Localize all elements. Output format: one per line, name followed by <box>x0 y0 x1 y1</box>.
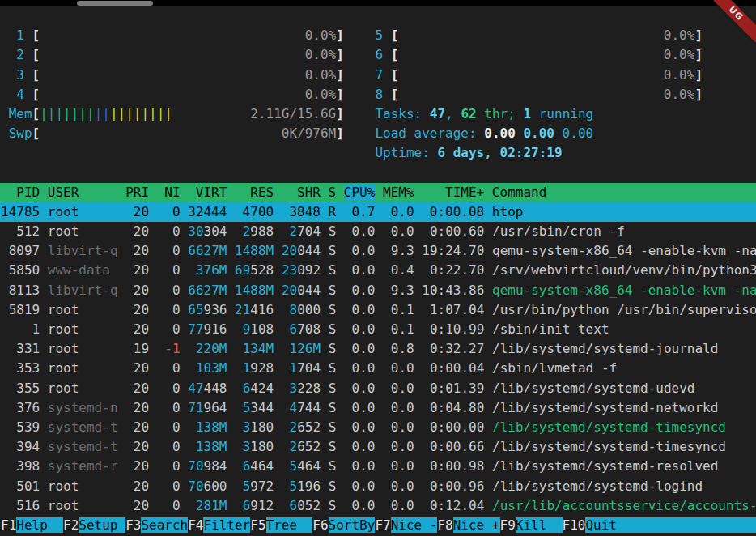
process-row-14785[interactable]: 14785 root 20 0 32444 4700 3848 R 0.7 0.… <box>0 202 756 222</box>
cell-cpu: 0.0 <box>344 283 376 298</box>
cell-mem: 0.0 <box>383 381 414 396</box>
cell-pri: 20 <box>125 360 149 376</box>
table-header[interactable]: PID USER PRI NI VIRT RES SHR S CPU% MEM%… <box>0 183 756 202</box>
process-row-331[interactable]: 331 root 19 -1 220M 134M 126M S 0.0 0.8 … <box>0 339 756 359</box>
process-row-355[interactable]: 355 root 20 0 47448 6424 3228 S 0.0 0.0 … <box>0 379 756 398</box>
fkey-label-F3[interactable]: Search <box>141 517 188 533</box>
cell-command: /usr/lib/accountsservice/accounts- <box>492 498 756 513</box>
fkey-F8[interactable]: F8 <box>437 517 452 533</box>
fkey-label-F5[interactable]: Tree <box>266 517 313 533</box>
fkey-label-F8[interactable]: Nice + <box>453 517 500 533</box>
process-row-5850[interactable]: 5850 www-data 20 0 376M 69528 23092 S 0.… <box>0 261 756 280</box>
cell-time: 0:00.00 <box>422 419 484 435</box>
cell-user: libvirt-q <box>48 243 118 258</box>
column-headers[interactable]: PID USER PRI NI VIRT RES SHR S <box>1 185 344 200</box>
fkey-label-F6[interactable]: SortBy <box>329 517 376 533</box>
fkey-F2[interactable]: F2 <box>63 517 79 533</box>
cell-cpu: 0.0 <box>344 419 376 435</box>
cell-mem: 0.4 <box>383 262 414 278</box>
cell-state: S <box>329 381 337 396</box>
cell-cpu: 0.0 <box>344 458 376 474</box>
cell-pid: 8097 <box>1 243 40 258</box>
cell-ni: -1 <box>157 341 181 356</box>
cell-time: 0:00.98 <box>422 458 484 474</box>
cell-user: root <box>48 479 118 494</box>
fkey-label-F2[interactable]: Setup <box>79 517 125 533</box>
mem-bar-used: ||||||| <box>40 106 94 121</box>
fkey-F7[interactable]: F7 <box>375 517 390 533</box>
cell-time: 0:04.80 <box>422 400 484 415</box>
cell-pri: 20 <box>125 458 149 474</box>
cell-user: root <box>48 360 118 376</box>
process-row-394[interactable]: 394 systemd-t 20 0 138M 3180 2652 S 0.0 … <box>0 437 756 457</box>
cell-mem: 0.1 <box>383 302 414 317</box>
process-row-512[interactable]: 512 root 20 0 30304 2988 2704 S 0.0 0.0 … <box>0 222 756 241</box>
fkey-F10[interactable]: F10 <box>563 517 586 533</box>
cell-command: qemu-system-x86_64 -enable-kvm -na <box>492 243 756 258</box>
cpu-meter-value: 0.0% <box>398 47 694 62</box>
uptime-label: Uptime: <box>375 145 437 160</box>
window-tab[interactable] <box>77 1 153 6</box>
fkey-F5[interactable]: F5 <box>250 517 265 533</box>
sort-column-header[interactable]: CPU% <box>344 185 376 200</box>
mem-bar-cache: |||||||| <box>110 106 172 121</box>
process-row-501[interactable]: 501 root 20 0 70600 5972 5196 S 0.0 0.0 … <box>0 477 756 496</box>
load-15min: 0.00 <box>563 125 594 141</box>
cell-time: 0:00.96 <box>422 479 484 494</box>
fkey-F3[interactable]: F3 <box>125 517 141 533</box>
process-row-5819[interactable]: 5819 root 20 0 65936 21416 8000 S 0.0 0.… <box>0 300 756 320</box>
process-row-376[interactable]: 376 systemd-n 20 0 71964 5344 4744 S 0.0… <box>0 398 756 418</box>
threads-label: thr; <box>477 106 524 121</box>
process-row-539[interactable]: 539 systemd-t 20 0 138M 3180 2652 S 0.0 … <box>0 418 756 437</box>
fkey-F6[interactable]: F6 <box>312 517 328 533</box>
swap-meter-value: 0K/976M <box>40 125 336 141</box>
cell-state: S <box>329 479 337 494</box>
cpu-meter-label: 2 <box>16 47 24 62</box>
load-5min: 0.00 <box>523 125 554 141</box>
cell-command: /lib/systemd/systemd-resolved <box>492 458 718 474</box>
running-label: running <box>531 106 593 121</box>
process-row-398[interactable]: 398 systemd-r 20 0 70984 6464 5464 S 0.0… <box>0 457 756 476</box>
mem-meter-value: 2.11G/15.6G <box>250 106 336 121</box>
cell-pri: 20 <box>125 243 149 258</box>
cell-pri: 20 <box>125 262 149 278</box>
fkey-label-F1[interactable]: Help <box>16 517 63 533</box>
cpu-meter-value: 0.0% <box>398 67 694 83</box>
cell-state: S <box>329 400 337 415</box>
process-row-516[interactable]: 516 root 20 0 281M 6912 6052 S 0.0 0.0 0… <box>0 496 756 516</box>
cell-command: /sbin/init text <box>492 321 609 337</box>
process-row-8097[interactable]: 8097 libvirt-q 20 0 6627M 1488M 20044 S … <box>0 241 756 261</box>
cell-command: /lib/systemd/systemd-timesyncd <box>492 439 726 454</box>
mem-bar-buffers: || <box>95 106 110 121</box>
function-key-bar[interactable]: F1Help F2Setup F3SearchF4FilterF5Tree F6… <box>0 516 756 535</box>
process-row-1[interactable]: 1 root 20 0 77916 9108 6708 S 0.0 0.1 0:… <box>0 320 756 339</box>
cell-pri: 20 <box>125 381 149 396</box>
process-row-353[interactable]: 353 root 20 0 103M 1928 1704 S 0.0 0.0 0… <box>0 359 756 378</box>
cell-user: root <box>48 321 118 337</box>
cell-pri: 19 <box>125 341 149 356</box>
cell-pri: 20 <box>125 223 149 239</box>
fkey-F1[interactable]: F1 <box>1 517 16 533</box>
cell-pid: 501 <box>1 479 40 494</box>
cell-pri: 20 <box>125 498 149 513</box>
cell-cpu: 0.0 <box>344 341 376 356</box>
cell-user: root <box>48 341 118 356</box>
fkey-F4[interactable]: F4 <box>188 517 203 533</box>
cpu-meter-value: 0.0% <box>40 67 336 83</box>
memory-meter-row: Mem[||||||||||||||||| 2.11G/15.6G] Tasks… <box>0 104 756 124</box>
load-1min: 0.00 <box>484 125 516 141</box>
column-headers[interactable]: MEM% TIME+ Command <box>375 185 546 200</box>
fkey-label-F7[interactable]: Nice - <box>391 517 438 533</box>
cell-cpu: 0.0 <box>344 262 376 278</box>
selected-process-text: 14785 root 20 0 32444 4700 3848 R 0.7 0.… <box>1 204 523 219</box>
fkey-F9[interactable]: F9 <box>500 517 516 533</box>
cell-pri: 20 <box>125 439 149 454</box>
process-row-8113[interactable]: 8113 libvirt-q 20 0 6627M 1488M 20044 S … <box>0 281 756 300</box>
cell-pid: 355 <box>1 381 40 396</box>
fkey-label-F4[interactable]: Filter <box>203 517 250 533</box>
fkey-label-F10[interactable]: Quit <box>585 517 632 533</box>
fkey-label-F9[interactable]: Kill <box>516 517 563 533</box>
cell-cpu: 0.0 <box>344 439 376 454</box>
cell-pri: 20 <box>125 479 149 494</box>
cpu-meter-value: 0.0% <box>398 87 694 102</box>
